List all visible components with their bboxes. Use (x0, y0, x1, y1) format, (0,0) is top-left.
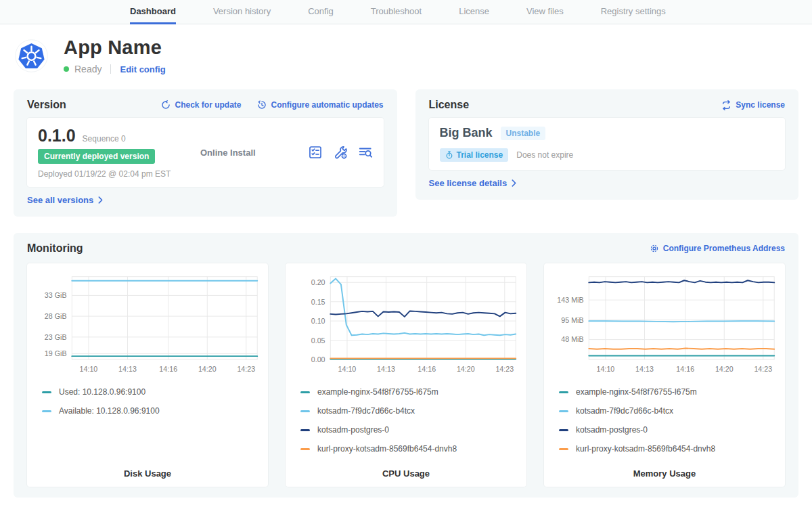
x-axis-tick: 14:10 (597, 365, 615, 373)
license-expiry: Does not expire (516, 150, 573, 160)
page-title: App Name (64, 37, 166, 59)
kubernetes-icon (15, 39, 48, 72)
legend-item: kurl-proxy-kotsadm-8569fb6454-dnvh8 (300, 444, 521, 454)
y-axis-tick: 48 MiB (561, 335, 583, 343)
legend-item: Available: 10.128.0.96:9100 (42, 406, 263, 416)
x-axis-tick: 14:23 (237, 365, 255, 373)
series-kotsadm-postgres-0 (589, 280, 774, 282)
x-axis-tick: 14:10 (80, 365, 98, 373)
legend-swatch (42, 391, 51, 393)
configure-automatic-updates-link[interactable]: Configure automatic updates (257, 100, 383, 110)
chart-title: Disk Usage (32, 463, 263, 480)
logs-search-icon (358, 145, 373, 160)
legend-item: kotsadm-postgres-0 (559, 425, 780, 435)
current-version-card: 0.1.0 Sequence 0 Currently deployed vers… (27, 118, 384, 187)
version-panel-title: Version (27, 99, 66, 111)
legend-item: Used: 10.128.0.96:9100 (42, 387, 263, 397)
legend-swatch (300, 391, 310, 393)
check-for-update-link[interactable]: Check for update (161, 100, 241, 110)
top-nav: Dashboard Version history Config Trouble… (0, 0, 812, 24)
legend-item: example-nginx-54f8f76755-l675m (300, 387, 521, 397)
x-axis-tick: 14:16 (676, 365, 694, 373)
legend-item: kotsadm-7f9dc7d66c-b4tcx (300, 406, 521, 416)
cpu-usage-legend: example-nginx-54f8f76755-l675mkotsadm-7f… (300, 387, 521, 463)
version-panel: Version Check for update (14, 89, 397, 217)
tab-view-files[interactable]: View files (526, 0, 564, 24)
customer-name: Big Bank (440, 126, 493, 140)
legend-item: kotsadm-7f9dc7d66c-b4tcx (559, 406, 780, 416)
license-panel-title: License (429, 99, 470, 111)
monitoring-panel: Monitoring Configure Prometheus Address … (14, 233, 798, 498)
view-logs-button[interactable] (358, 145, 373, 160)
configure-prometheus-link[interactable]: Configure Prometheus Address (650, 244, 785, 253)
deployed-timestamp: Deployed 01/19/22 @ 02:04 pm EST (38, 169, 195, 179)
legend-label: example-nginx-54f8f76755-l675m (317, 387, 438, 397)
memory-usage-plot: 48 MiB95 MiB143 MiB14:1014:1314:1614:201… (549, 270, 780, 380)
license-card: Big Bank Unstable Trial license Does not… (429, 118, 786, 170)
legend-swatch (300, 429, 310, 431)
sync-arrows-icon (721, 100, 731, 110)
status-dot (64, 66, 69, 72)
series-kotsadm-7f9dc7d66c-b4tcx (330, 279, 516, 336)
tab-version-history[interactable]: Version history (213, 0, 271, 24)
refresh-icon (161, 100, 171, 110)
tab-dashboard[interactable]: Dashboard (130, 0, 176, 24)
y-axis-tick: 143 MiB (557, 296, 583, 304)
x-axis-tick: 14:16 (418, 365, 436, 373)
sync-license-link[interactable]: Sync license (721, 100, 785, 110)
tab-troubleshoot[interactable]: Troubleshoot (371, 0, 422, 24)
legend-label: kurl-proxy-kotsadm-8569fb6454-dnvh8 (317, 444, 457, 454)
license-panel: License Sync license Big Bank Unstable (415, 89, 799, 200)
edit-config-link[interactable]: Edit config (120, 64, 165, 74)
legend-label: Available: 10.128.0.96:9100 (59, 406, 160, 416)
legend-swatch (300, 448, 310, 450)
y-axis-tick: 23 GiB (45, 333, 67, 341)
version-diff-button[interactable] (308, 145, 323, 160)
y-axis-tick: 0.05 (311, 336, 325, 345)
y-axis-tick: 0.10 (311, 317, 325, 325)
disk-usage-card: 19 GiB23 GiB28 GiB33 GiB14:1014:1314:161… (27, 263, 268, 487)
divider (110, 64, 111, 74)
legend-label: kotsadm-postgres-0 (576, 425, 648, 435)
y-axis-tick: 0.00 (311, 355, 325, 364)
chevron-right-icon (98, 196, 103, 204)
y-axis-tick: 33 GiB (45, 291, 67, 299)
chart-title: Memory Usage (549, 463, 780, 480)
y-axis-tick: 28 GiB (45, 312, 67, 320)
see-license-details-link[interactable]: See license details (429, 178, 517, 188)
gear-icon (650, 244, 659, 253)
x-axis-tick: 14:20 (457, 365, 475, 373)
disk-usage-legend: Used: 10.128.0.96:9100Available: 10.128.… (42, 387, 263, 425)
x-axis-tick: 14:20 (198, 365, 217, 373)
legend-label: Used: 10.128.0.96:9100 (59, 387, 145, 397)
series-kotsadm-postgres-0 (330, 311, 516, 316)
legend-swatch (559, 448, 568, 450)
wrench-gear-icon (333, 145, 348, 160)
monitoring-title: Monitoring (27, 242, 83, 255)
tab-registry-settings[interactable]: Registry settings (601, 0, 666, 24)
tab-license[interactable]: License (459, 0, 489, 24)
memory-usage-card: 48 MiB95 MiB143 MiB14:1014:1314:1614:201… (544, 263, 785, 487)
legend-label: example-nginx-54f8f76755-l675m (576, 387, 697, 397)
checklist-icon (308, 145, 323, 160)
legend-label: kurl-proxy-kotsadm-8569fb6454-dnvh8 (576, 444, 715, 454)
x-axis-tick: 14:16 (159, 365, 177, 373)
legend-swatch (559, 429, 568, 431)
memory-usage-legend: example-nginx-54f8f76755-l675mkotsadm-7f… (559, 387, 780, 463)
version-number: 0.1.0 (38, 126, 76, 145)
cpu-usage-plot: 0.000.050.100.150.2014:1014:1314:1614:20… (291, 270, 521, 380)
x-axis-tick: 14:13 (377, 365, 395, 373)
x-axis-tick: 14:10 (338, 365, 357, 373)
see-all-versions-link[interactable]: See all versions (27, 195, 103, 205)
status-label: Ready (74, 64, 102, 74)
channel-badge: Unstable (501, 127, 546, 140)
view-config-button[interactable] (333, 145, 348, 160)
x-axis-tick: 14:23 (495, 365, 514, 373)
deployed-badge: Currently deployed version (38, 149, 155, 164)
x-axis-tick: 14:20 (715, 365, 734, 373)
install-type-label: Online Install (195, 148, 308, 158)
stopwatch-icon (445, 151, 453, 159)
legend-item: kurl-proxy-kotsadm-8569fb6454-dnvh8 (559, 444, 780, 454)
tab-config[interactable]: Config (308, 0, 334, 24)
y-axis-tick: 95 MiB (561, 316, 583, 324)
